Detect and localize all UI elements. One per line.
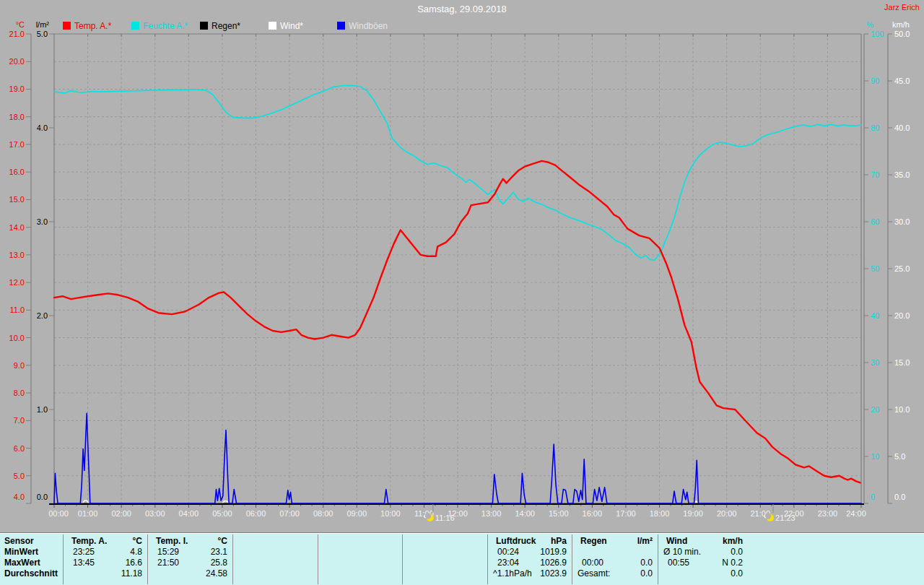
x-tick-label: 09:00: [346, 509, 367, 518]
wind-tick-label: 20.0: [894, 311, 910, 320]
x-tick-label: 08:00: [313, 509, 334, 518]
table-cell-value: 1023.9: [487, 568, 567, 579]
humidity-tick-label: 60: [871, 217, 879, 226]
x-tick-label: 00:00: [48, 509, 69, 518]
temp-tick-label: 10.0: [9, 334, 25, 342]
temp-tick-label: 21.0: [9, 30, 25, 38]
weather-chart-window: Samstag, 29.09.2018 Jarz Erich °C l/m² %…: [0, 0, 924, 585]
x-tick-label: 07:00: [279, 509, 300, 518]
wind-tick-label: 50.0: [894, 30, 910, 38]
humidity-tick-label: 90: [871, 77, 879, 85]
table-divider: [232, 534, 233, 584]
table-col-unit: °C: [147, 536, 227, 547]
table-cell-value: 0.0: [572, 568, 653, 579]
x-tick-label: 20:00: [717, 509, 737, 518]
temp-tick-label: 12.0: [9, 278, 25, 287]
x-tick-label: 24:00: [846, 509, 866, 518]
series-tempa: [54, 161, 860, 482]
x-tick-label: 18:00: [650, 509, 670, 518]
table-divider: [318, 534, 318, 584]
rain-tick-label: 0.0: [37, 493, 48, 501]
table-col-unit: km/h: [658, 536, 743, 547]
table-row-label: Sensor: [4, 536, 34, 547]
humidity-tick-label: 10: [871, 452, 879, 461]
table-cell-value: 23.1: [147, 547, 227, 558]
table-cell-value: 1026.9: [487, 558, 567, 568]
wind-tick-label: 15.0: [894, 358, 910, 367]
x-tick-label: 15:00: [549, 509, 569, 518]
humidity-tick-label: 100: [871, 30, 884, 38]
table-row-label: Durchschnitt: [4, 568, 58, 579]
x-tick-label: 14:00: [515, 509, 535, 518]
table-cell-value: 11.18: [63, 568, 142, 579]
temp-tick-label: 15.0: [9, 195, 25, 204]
wind-tick-label: 10.0: [894, 405, 910, 414]
table-col-unit: °C: [63, 536, 142, 547]
table-cell-value: 0.0: [658, 547, 743, 558]
humidity-tick-label: 50: [871, 264, 879, 273]
temp-tick-label: 14.0: [9, 223, 25, 232]
x-tick-label: 06:00: [246, 509, 266, 518]
temp-tick-label: 16.0: [9, 168, 25, 176]
plot-frame: [31, 34, 888, 503]
rain-tick-label: 2.0: [37, 311, 48, 320]
chart-plot: 21.020.019.018.017.016.015.014.013.012.0…: [0, 0, 924, 532]
table-cell-value: 25.8: [147, 558, 227, 568]
humidity-tick-label: 40: [871, 311, 879, 320]
rain-tick-label: 1.0: [37, 405, 48, 414]
humidity-tick-label: 80: [871, 124, 879, 132]
temp-tick-label: 17.0: [9, 140, 25, 149]
table-cell-value: 1019.9: [487, 547, 567, 558]
temp-tick-label: 19.0: [9, 84, 25, 93]
x-tick-label: 19:00: [683, 509, 703, 518]
stats-table: SensorMinWertMaxWertDurchschnittTemp. A.…: [0, 532, 924, 585]
wind-tick-label: 30.0: [894, 217, 910, 226]
x-tick-label: 23:00: [818, 509, 838, 518]
table-cell-value: 16.6: [63, 558, 142, 568]
table-cell-value: 24.58: [147, 568, 227, 579]
table-cell-value: 0.0: [658, 568, 743, 579]
temp-tick-label: 11.0: [9, 306, 25, 314]
wind-tick-label: 40.0: [894, 124, 910, 132]
x-tick-label: 02:00: [111, 509, 131, 518]
rain-tick-label: 4.0: [37, 124, 48, 132]
table-col-unit: l/m²: [572, 536, 653, 547]
x-tick-label: 01:00: [78, 509, 98, 518]
table-row-label: MinWert: [4, 547, 38, 558]
temp-tick-label: 9.0: [14, 361, 25, 370]
humidity-tick-label: 70: [871, 170, 879, 179]
x-tick-label: 17:00: [616, 509, 636, 518]
table-cell-value: N 0.2: [658, 558, 743, 568]
x-tick-label: 03:00: [145, 509, 165, 518]
table-col-unit: hPa: [487, 536, 567, 547]
x-tick-label: 13:00: [481, 509, 502, 518]
wind-tick-label: 0.0: [894, 493, 905, 501]
wind-tick-label: 45.0: [894, 77, 910, 85]
temp-tick-label: 8.0: [14, 389, 25, 397]
rain-tick-label: 5.0: [37, 30, 48, 38]
humidity-tick-label: 0: [871, 493, 875, 501]
temp-tick-label: 20.0: [9, 57, 25, 66]
wind-tick-label: 5.0: [894, 452, 905, 461]
temp-tick-label: 4.0: [14, 493, 25, 501]
temp-tick-label: 7.0: [14, 416, 25, 425]
humidity-tick-label: 20: [871, 405, 879, 414]
temp-tick-label: 13.0: [9, 251, 25, 259]
x-tick-label: 05:00: [212, 509, 232, 518]
marker-time-label: 11:16: [435, 514, 455, 522]
wind-tick-label: 35.0: [894, 170, 910, 179]
x-tick-label: 04:00: [179, 509, 199, 518]
humidity-tick-label: 30: [871, 358, 879, 367]
table-cell-value: 0.0: [572, 558, 653, 568]
temp-tick-label: 18.0: [9, 113, 25, 121]
marker-time-label: 21:23: [775, 514, 796, 522]
x-tick-label: 10:00: [380, 509, 401, 518]
temp-tick-label: 5.0: [14, 472, 25, 480]
table-row-label: MaxWert: [4, 558, 40, 568]
temp-tick-label: 6.0: [14, 444, 25, 453]
gridlines: [54, 34, 861, 503]
wind-tick-label: 25.0: [894, 264, 910, 273]
table-divider: [402, 534, 403, 584]
table-cell-value: 4.8: [63, 547, 142, 558]
rain-tick-label: 3.0: [37, 217, 48, 226]
